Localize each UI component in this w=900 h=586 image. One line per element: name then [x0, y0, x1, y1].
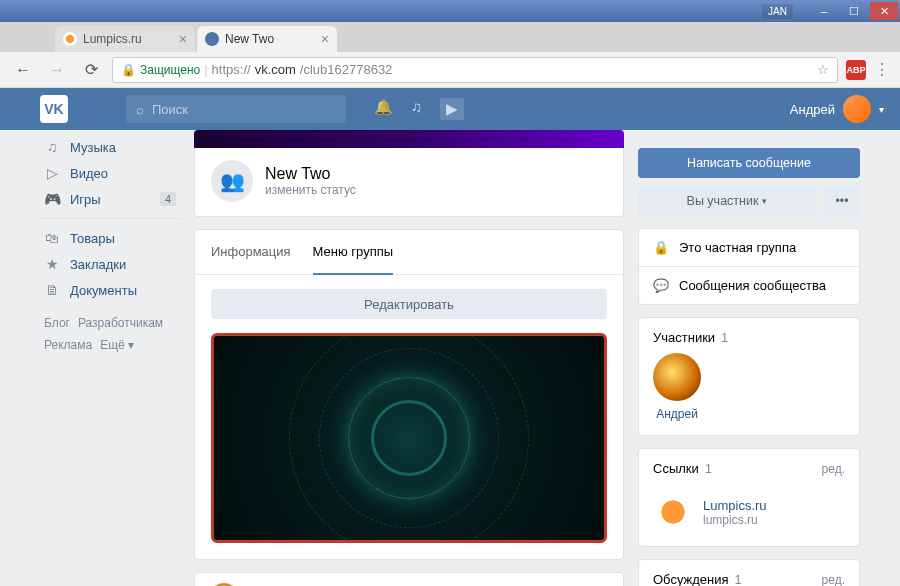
- group-cover: [194, 130, 624, 148]
- vk-header: VK ⌕ Поиск 🔔 ♫ ▶ Андрей ▾: [0, 88, 900, 130]
- main-column: 👥 New Two изменить статус Информация Мен…: [194, 130, 624, 586]
- block-header[interactable]: Обсуждения 1 ред.: [639, 560, 859, 586]
- group-menu-image[interactable]: [211, 333, 607, 543]
- message-button[interactable]: Написать сообщение: [638, 148, 860, 178]
- group-name: New Two: [265, 165, 356, 183]
- address-bar[interactable]: 🔒 Защищено | https://vk.com/club16277863…: [112, 57, 838, 83]
- vk-logo-icon[interactable]: VK: [40, 95, 68, 123]
- sidebar-item-bookmarks[interactable]: ★ Закладки: [40, 251, 180, 277]
- sidebar-badge: 4: [160, 192, 176, 206]
- username: Андрей: [790, 102, 835, 117]
- url-path: /club162778632: [300, 62, 393, 77]
- group-tabs: Информация Меню группы: [195, 230, 623, 275]
- secure-label: Защищено: [140, 63, 200, 77]
- group-tabs-card: Информация Меню группы Редактировать: [194, 229, 624, 560]
- sidebar-footer: БлогРазработчикам РекламаЕщё ▾: [40, 303, 180, 366]
- url-scheme: https://: [212, 62, 251, 77]
- block-header[interactable]: Ссылки 1 ред.: [639, 449, 859, 484]
- discussions-block: Обсуждения 1 ред.: [638, 559, 860, 586]
- links-title: Ссылки: [653, 461, 699, 476]
- lock-icon: 🔒: [653, 240, 669, 255]
- edit-link[interactable]: ред.: [822, 462, 845, 476]
- link-title: Lumpics.ru: [703, 498, 767, 513]
- browser-menu-button[interactable]: ⋮: [874, 60, 890, 79]
- edit-button[interactable]: Редактировать: [211, 289, 607, 319]
- window-close-button[interactable]: ✕: [870, 2, 898, 20]
- tab-menu[interactable]: Меню группы: [313, 230, 394, 275]
- browser-tab-vk[interactable]: New Two ×: [197, 26, 337, 52]
- sidebar-item-video[interactable]: ▷ Видео: [40, 160, 180, 186]
- members-count: 1: [721, 330, 728, 345]
- edit-link[interactable]: ред.: [822, 573, 845, 587]
- window-user: JAN: [762, 4, 793, 19]
- sidebar-item-docs[interactable]: 🗎 Документы: [40, 277, 180, 303]
- browser-toolbar: ← → ⟳ 🔒 Защищено | https://vk.com/club16…: [0, 52, 900, 88]
- star-icon: ★: [44, 256, 60, 272]
- divider: [40, 218, 180, 219]
- discussions-count: 1: [735, 572, 742, 586]
- tab-info[interactable]: Информация: [211, 230, 291, 274]
- footer-link-dev[interactable]: Разработчикам: [78, 316, 163, 330]
- notifications-icon[interactable]: 🔔: [374, 98, 393, 120]
- document-icon: 🗎: [44, 282, 60, 298]
- header-user-menu[interactable]: Андрей ▾: [790, 95, 884, 123]
- links-count: 1: [705, 461, 712, 476]
- role-label: Вы участник: [687, 194, 759, 208]
- link-item[interactable]: Lumpics.ru lumpics.ru: [639, 484, 859, 546]
- chevron-down-icon: ▾: [879, 104, 884, 115]
- left-sidebar: ♫ Музыка ▷ Видео 🎮 Игры 4 🛍 Товары ★ Зак…: [40, 130, 180, 586]
- right-column: Написать сообщение Вы участник ▾ ••• 🔒 Э…: [638, 130, 860, 586]
- community-msgs-label: Сообщения сообщества: [679, 278, 826, 293]
- member-name: Андрей: [653, 407, 701, 421]
- group-header-card: 👥 New Two изменить статус: [194, 148, 624, 217]
- window-minimize-button[interactable]: –: [810, 2, 838, 20]
- forward-button[interactable]: →: [44, 57, 70, 83]
- play-icon[interactable]: ▶: [440, 98, 464, 120]
- market-icon: 🛍: [44, 230, 60, 246]
- sidebar-item-label: Документы: [70, 283, 137, 298]
- adblock-extension-icon[interactable]: ABP: [846, 60, 866, 80]
- header-icons: 🔔 ♫ ▶: [374, 98, 464, 120]
- url-host: vk.com: [255, 62, 296, 77]
- footer-link-more[interactable]: Ещё ▾: [100, 338, 134, 352]
- close-icon[interactable]: ×: [321, 31, 329, 47]
- sidebar-item-market[interactable]: 🛍 Товары: [40, 225, 180, 251]
- more-button[interactable]: •••: [824, 186, 860, 216]
- avatar: [843, 95, 871, 123]
- search-input[interactable]: ⌕ Поиск: [126, 95, 346, 123]
- block-header[interactable]: Участники 1: [639, 318, 859, 353]
- links-block: Ссылки 1 ред. Lumpics.ru lumpics.ru: [638, 448, 860, 547]
- link-subtitle: lumpics.ru: [703, 513, 767, 527]
- games-icon: 🎮: [44, 191, 60, 207]
- link-avatar: [653, 492, 693, 532]
- sidebar-item-label: Видео: [70, 166, 108, 181]
- sidebar-item-music[interactable]: ♫ Музыка: [40, 134, 180, 160]
- footer-link-ads[interactable]: Реклама: [44, 338, 92, 352]
- role-button[interactable]: Вы участник ▾: [638, 186, 816, 216]
- back-button[interactable]: ←: [10, 57, 36, 83]
- tab-title: Lumpics.ru: [83, 32, 142, 46]
- browser-tab-lumpics[interactable]: Lumpics.ru ×: [55, 26, 195, 52]
- new-post-input[interactable]: Добавить запись... 📷 🎬 ♫ ☰: [194, 572, 624, 586]
- discussions-title: Обсуждения: [653, 572, 729, 586]
- group-avatar[interactable]: 👥: [211, 160, 253, 202]
- footer-link-blog[interactable]: Блог: [44, 316, 70, 330]
- reload-button[interactable]: ⟳: [78, 57, 104, 83]
- window-titlebar: JAN – ☐ ✕: [0, 0, 900, 22]
- tab-title: New Two: [225, 32, 274, 46]
- avatar: [653, 353, 701, 401]
- music-icon[interactable]: ♫: [411, 98, 422, 120]
- sidebar-item-label: Закладки: [70, 257, 126, 272]
- close-icon[interactable]: ×: [179, 31, 187, 47]
- group-status-edit[interactable]: изменить статус: [265, 183, 356, 197]
- page-body: ♫ Музыка ▷ Видео 🎮 Игры 4 🛍 Товары ★ Зак…: [0, 130, 900, 586]
- music-icon: ♫: [44, 139, 60, 155]
- sidebar-item-games[interactable]: 🎮 Игры 4: [40, 186, 180, 212]
- favicon-icon: [63, 32, 77, 46]
- members-title: Участники: [653, 330, 715, 345]
- member-item[interactable]: Андрей: [639, 353, 715, 435]
- window-maximize-button[interactable]: ☐: [840, 2, 868, 20]
- sidebar-item-label: Товары: [70, 231, 115, 246]
- community-messages-row[interactable]: 💬 Сообщения сообщества: [639, 267, 859, 304]
- bookmark-star-icon[interactable]: ☆: [817, 62, 829, 77]
